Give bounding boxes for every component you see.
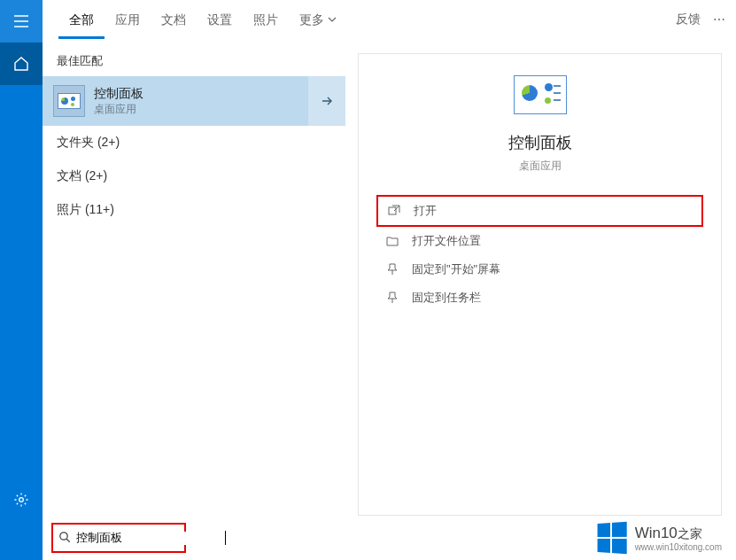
open-icon: [387, 205, 401, 217]
tab-all[interactable]: 全部: [58, 0, 105, 39]
action-pin-start-label: 固定到"开始"屏幕: [412, 261, 500, 277]
section-best-match: 最佳匹配: [43, 44, 345, 76]
tab-settings[interactable]: 设置: [197, 0, 243, 39]
menu-icon[interactable]: [0, 0, 43, 43]
chevron-down-icon: [328, 17, 337, 22]
tab-apps[interactable]: 应用: [105, 0, 151, 39]
result-arrow-button[interactable]: [308, 76, 345, 126]
watermark: Win10之家 www.win10xitong.com: [596, 523, 722, 553]
arrow-right-icon: [320, 94, 334, 108]
detail-title: 控制面板: [508, 132, 572, 153]
pin-taskbar-icon: [385, 292, 399, 304]
action-pin-start[interactable]: 固定到"开始"屏幕: [376, 255, 703, 284]
pin-icon: [385, 263, 399, 276]
windows-logo-icon: [597, 522, 626, 555]
search-bar[interactable]: [51, 523, 186, 553]
text-cursor: [225, 531, 226, 545]
category-documents[interactable]: 文档 (2+): [43, 159, 345, 193]
watermark-url: www.win10xitong.com: [635, 542, 722, 552]
search-icon: [58, 531, 71, 546]
search-input[interactable]: [76, 532, 225, 545]
svg-rect-1: [389, 207, 396, 214]
tab-photos[interactable]: 照片: [243, 0, 289, 39]
category-photos[interactable]: 照片 (11+): [43, 193, 345, 227]
control-panel-icon: [53, 85, 85, 117]
action-pin-taskbar-label: 固定到任务栏: [412, 290, 481, 306]
home-icon[interactable]: [0, 43, 43, 85]
result-control-panel[interactable]: 控制面板 桌面应用: [43, 76, 345, 126]
action-open-location[interactable]: 打开文件位置: [376, 227, 703, 255]
detail-actions: 打开 打开文件位置 固定到"开始"屏幕 固定到任务栏: [369, 195, 710, 312]
action-open[interactable]: 打开: [376, 195, 703, 227]
svg-point-0: [19, 498, 24, 502]
svg-point-2: [60, 532, 67, 539]
result-title: 控制面板: [94, 86, 143, 102]
feedback-link[interactable]: 反馈: [676, 12, 701, 27]
sidebar: [0, 0, 43, 560]
detail-control-panel-icon: [514, 75, 567, 114]
action-open-label: 打开: [414, 203, 437, 219]
tab-more-label: 更多: [299, 0, 324, 39]
detail-sub: 桌面应用: [519, 159, 562, 174]
results-column: 最佳匹配 控制面板 桌面应用 文件夹 (2+) 文档 (2+) 照片 (11+): [43, 39, 345, 516]
tab-docs[interactable]: 文档: [151, 0, 197, 39]
settings-icon[interactable]: [0, 478, 43, 521]
action-open-location-label: 打开文件位置: [412, 233, 481, 249]
header-right: 反馈 ⋯: [676, 0, 725, 39]
tab-more[interactable]: 更多: [289, 0, 347, 39]
overflow-icon[interactable]: ⋯: [713, 12, 725, 27]
watermark-brand: Win10之家: [635, 525, 722, 542]
detail-panel: 控制面板 桌面应用 打开 打开文件位置 固定到"开始"屏幕 固定到任务栏: [358, 53, 722, 516]
result-sub: 桌面应用: [94, 102, 143, 117]
action-pin-taskbar[interactable]: 固定到任务栏: [376, 284, 703, 312]
folder-icon: [385, 235, 399, 247]
category-folders[interactable]: 文件夹 (2+): [43, 126, 345, 159]
header-tabs: 全部 应用 文档 设置 照片 更多: [43, 0, 736, 39]
